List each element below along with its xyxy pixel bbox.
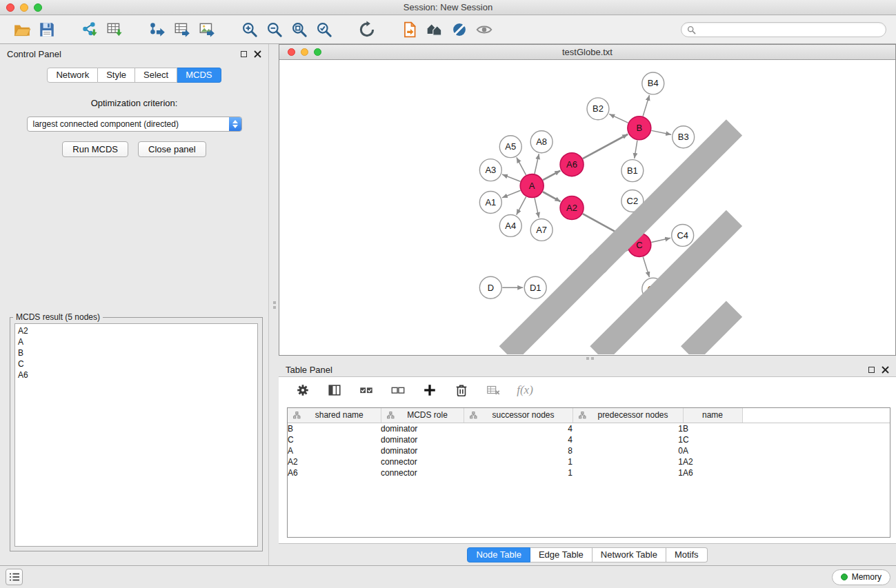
table-row[interactable]: Bdominator41B — [288, 423, 890, 434]
tab-network[interactable]: Network — [47, 68, 98, 83]
refresh-layout-button[interactable] — [355, 18, 379, 41]
column-header-predecessor-nodes[interactable]: predecessor nodes — [573, 408, 683, 423]
task-history-button[interactable] — [6, 569, 23, 585]
zoom-selected-button[interactable] — [312, 18, 337, 41]
zoom-fit-button[interactable] — [287, 18, 312, 41]
export-image-icon — [198, 21, 216, 39]
tab-node-table[interactable]: Node Table — [467, 547, 530, 562]
export-network-icon — [148, 21, 166, 39]
result-item[interactable]: C — [18, 358, 255, 369]
mcds-result-title: MCDS result (5 nodes) — [13, 312, 103, 322]
function-builder-button[interactable]: f(x) — [515, 380, 535, 401]
criterion-select[interactable]: largest connected component (directed) — [27, 116, 242, 132]
houses-icon — [426, 21, 444, 39]
table-cell: dominator — [381, 423, 464, 434]
zoom-out-button[interactable] — [262, 18, 287, 41]
tab-edge-table[interactable]: Edge Table — [530, 547, 593, 562]
table-panel: Table Panel — [279, 360, 896, 562]
node-table-body: Bdominator41BCdominator41CAdominator80AA… — [288, 423, 890, 478]
import-table-from-file-button[interactable] — [102, 18, 127, 41]
open-session-file-button[interactable] — [397, 18, 422, 41]
network-window-title: testGlobe.txt — [279, 47, 895, 57]
close-panel-button[interactable]: Close panel — [138, 141, 206, 157]
table-cell-filler — [742, 467, 890, 478]
list-icon — [9, 572, 20, 582]
first-neighbors-button[interactable] — [422, 18, 447, 41]
show-columns-button[interactable] — [324, 380, 345, 401]
open-folder-icon — [13, 21, 31, 39]
resize-grip-icon[interactable] — [279, 59, 895, 354]
optimization-criterion-label: Optimization criterion: — [0, 98, 268, 108]
vertical-splitter-handle[interactable] — [272, 296, 277, 314]
table-float-panel-icon[interactable] — [868, 367, 875, 373]
network-window: testGlobe.txt B4B2BB3A5A8A6A3B1AC2A1A2A4… — [279, 44, 896, 356]
hide-selected-icon — [450, 21, 468, 39]
zoom-out-icon — [266, 21, 283, 39]
combo-stepper-icon — [229, 117, 241, 131]
save-session-button[interactable] — [34, 18, 59, 41]
result-item[interactable]: A — [18, 336, 255, 347]
table-row[interactable]: Adominator80A — [288, 445, 890, 456]
column-type-icon — [470, 412, 477, 419]
table-cell: 8 — [464, 445, 573, 456]
search-field[interactable] — [681, 22, 886, 37]
tab-select[interactable]: Select — [135, 68, 177, 83]
export-table-button[interactable] — [170, 18, 195, 41]
mcds-result-list[interactable]: A2ABCA6 — [14, 323, 258, 547]
mcds-result-group: MCDS result (5 nodes) A2ABCA6 — [10, 312, 263, 551]
tab-motifs[interactable]: Motifs — [666, 547, 708, 562]
table-row[interactable]: A6connector11A6 — [288, 467, 890, 478]
result-item[interactable]: B — [18, 347, 255, 358]
show-all-button[interactable] — [472, 18, 497, 41]
tab-network-table[interactable]: Network Table — [593, 547, 666, 562]
zoom-fit-icon — [290, 21, 308, 39]
run-mcds-button[interactable]: Run MCDS — [62, 141, 128, 157]
export-image-button[interactable] — [195, 18, 219, 41]
select-all-icon — [359, 383, 374, 398]
close-panel-icon[interactable] — [254, 50, 261, 58]
zoom-selected-icon — [315, 21, 333, 39]
open-file-button[interactable] — [10, 18, 34, 41]
table-settings-button[interactable] — [292, 380, 313, 401]
node-table-container[interactable]: shared name MCDS role — [287, 407, 890, 538]
select-all-button[interactable] — [356, 380, 377, 401]
eye-icon — [475, 21, 493, 39]
column-type-icon — [293, 412, 301, 419]
tab-mcds[interactable]: MCDS — [177, 68, 221, 83]
session-document-icon — [401, 21, 419, 39]
deselect-all-button[interactable] — [388, 380, 408, 401]
column-header-mcds-role[interactable]: MCDS role — [381, 408, 464, 423]
table-row[interactable]: Cdominator41C — [288, 434, 890, 445]
hide-selected-button[interactable] — [447, 18, 472, 41]
create-column-button[interactable] — [419, 380, 440, 401]
table-cell: dominator — [381, 445, 464, 456]
memory-button[interactable]: Memory — [832, 569, 890, 585]
table-row[interactable]: A2connector11A2 — [288, 456, 890, 467]
table-cell-filler — [742, 434, 890, 445]
result-item[interactable]: A2 — [18, 325, 255, 336]
deselect-all-icon — [390, 383, 406, 398]
zoom-in-button[interactable] — [237, 18, 262, 41]
delete-table-button[interactable] — [483, 380, 504, 401]
column-header-successor-nodes[interactable]: successor nodes — [464, 408, 573, 423]
import-network-from-file-button[interactable] — [77, 18, 102, 41]
plus-icon — [422, 383, 437, 398]
tab-style[interactable]: Style — [98, 68, 135, 83]
search-input[interactable] — [699, 25, 880, 34]
delete-column-button[interactable] — [451, 380, 472, 401]
table-cell: 4 — [464, 423, 573, 434]
column-header-shared-name[interactable]: shared name — [288, 408, 381, 423]
table-cell: A6 — [683, 467, 742, 478]
table-cell: C — [683, 434, 742, 445]
table-panel-title: Table Panel — [286, 365, 332, 375]
control-panel: Control Panel Network Style Select MCDS … — [0, 44, 269, 565]
result-item[interactable]: A6 — [18, 369, 255, 381]
table-close-panel-icon[interactable] — [882, 366, 889, 374]
table-cell: connector — [381, 456, 464, 467]
network-canvas[interactable]: B4B2BB3A5A8A6A3B1AC2A1A2A4A7C4CC1DD1C3 — [279, 60, 895, 355]
float-panel-icon[interactable] — [241, 51, 247, 57]
refresh-icon — [358, 21, 376, 39]
table-cell: B — [683, 423, 742, 434]
export-network-button[interactable] — [145, 18, 170, 41]
column-header-name[interactable]: name — [683, 408, 742, 423]
